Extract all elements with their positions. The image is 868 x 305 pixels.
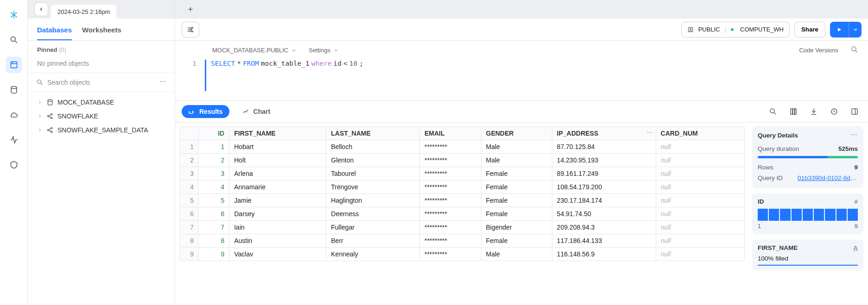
- table-cell[interactable]: 14.230.95.193: [552, 154, 656, 167]
- table-cell[interactable]: 1: [199, 140, 229, 154]
- object-search[interactable]: Search objects: [28, 73, 175, 92]
- table-cell[interactable]: 6: [180, 207, 199, 221]
- filter-button[interactable]: [182, 22, 199, 37]
- schema-selector[interactable]: MOCK_DATABASE.PUBLIC: [212, 47, 297, 54]
- table-cell[interactable]: 116.148.56.9: [552, 248, 656, 261]
- table-cell[interactable]: 5: [180, 194, 199, 207]
- worksheets-nav-icon[interactable]: [6, 56, 22, 73]
- table-cell[interactable]: Darsey: [229, 207, 326, 221]
- table-cell[interactable]: *********: [419, 194, 481, 207]
- table-row[interactable]: 99VaclavKennealy*********Male116.148.56.…: [180, 248, 745, 261]
- table-row[interactable]: 22HoltGlenton*********Male14.230.95.193n…: [180, 154, 745, 167]
- table-cell[interactable]: 9: [199, 248, 229, 261]
- table-cell[interactable]: null: [656, 154, 744, 167]
- table-cell[interactable]: 108.54.179.200: [552, 181, 656, 194]
- table-cell[interactable]: 5: [199, 194, 229, 207]
- results-table-wrap[interactable]: IDFIRST_NAMELAST_NAMEEMAILGENDERIP_ADDRE…: [180, 126, 745, 300]
- table-cell[interactable]: 3: [180, 167, 199, 181]
- admin-nav-icon[interactable]: [6, 156, 22, 173]
- column-header[interactable]: ID: [199, 127, 229, 140]
- table-cell[interactable]: 230.17.184.174: [552, 194, 656, 207]
- activity-nav-icon[interactable]: [6, 131, 22, 148]
- table-cell[interactable]: Female: [481, 234, 552, 248]
- table-cell[interactable]: *********: [419, 167, 481, 181]
- table-row[interactable]: 11HobartBelloch*********Male87.70.125.84…: [180, 140, 745, 154]
- search-more-icon[interactable]: [159, 78, 166, 87]
- download-icon[interactable]: [807, 105, 821, 118]
- add-worksheet-tab[interactable]: [184, 2, 197, 16]
- table-cell[interactable]: null: [656, 140, 744, 154]
- tab-worksheets[interactable]: Worksheets: [82, 26, 121, 40]
- table-cell[interactable]: Haglington: [326, 194, 420, 207]
- table-cell[interactable]: 8: [199, 234, 229, 248]
- table-cell[interactable]: 9: [180, 248, 199, 261]
- context-role-warehouse[interactable]: PUBLIC | COMPUTE_WH: [681, 22, 790, 37]
- table-cell[interactable]: null: [656, 221, 744, 234]
- table-cell[interactable]: 117.186.44.133: [552, 234, 656, 248]
- table-cell[interactable]: Female: [481, 207, 552, 221]
- settings-selector[interactable]: Settings: [309, 47, 339, 54]
- table-cell[interactable]: null: [656, 248, 744, 261]
- column-header[interactable]: EMAIL: [419, 127, 481, 140]
- worksheet-tab[interactable]: 2024-03-25 2:16pm: [51, 5, 116, 19]
- table-cell[interactable]: Hobart: [229, 140, 326, 154]
- table-cell[interactable]: null: [656, 181, 744, 194]
- code-versions-button[interactable]: Code Versions: [799, 47, 838, 54]
- result-search-icon[interactable]: [766, 105, 780, 118]
- table-cell[interactable]: Female: [481, 167, 552, 181]
- table-cell[interactable]: Male: [481, 154, 552, 167]
- table-row[interactable]: 66DarseyDeerness*********Female54.91.74.…: [180, 207, 745, 221]
- table-cell[interactable]: 2: [180, 154, 199, 167]
- table-row[interactable]: 33ArlenaTabourel*********Female89.161.17…: [180, 167, 745, 181]
- table-cell[interactable]: 7: [199, 221, 229, 234]
- column-header[interactable]: [180, 127, 199, 140]
- panel-toggle-icon[interactable]: [848, 105, 862, 118]
- table-cell[interactable]: Arlena: [229, 167, 326, 181]
- table-cell[interactable]: null: [656, 207, 744, 221]
- table-cell[interactable]: *********: [419, 221, 481, 234]
- table-cell[interactable]: *********: [419, 140, 481, 154]
- table-cell[interactable]: Holt: [229, 154, 326, 167]
- table-cell[interactable]: 89.161.17.249: [552, 167, 656, 181]
- column-header[interactable]: LAST_NAME: [326, 127, 420, 140]
- data-nav-icon[interactable]: [6, 81, 22, 98]
- table-cell[interactable]: Tabourel: [326, 167, 420, 181]
- table-cell[interactable]: 209.208.94.3: [552, 221, 656, 234]
- table-cell[interactable]: Kennealy: [326, 248, 420, 261]
- table-cell[interactable]: Berr: [326, 234, 420, 248]
- table-cell[interactable]: Jamie: [229, 194, 326, 207]
- snowflake-logo-icon[interactable]: [6, 6, 22, 23]
- columns-icon[interactable]: [786, 105, 800, 118]
- column-header[interactable]: FIRST_NAME: [229, 127, 326, 140]
- table-cell[interactable]: 6: [199, 207, 229, 221]
- tab-databases[interactable]: Databases: [37, 26, 72, 40]
- table-cell[interactable]: null: [656, 167, 744, 181]
- cloud-nav-icon[interactable]: [6, 106, 22, 123]
- column-menu-icon[interactable]: [646, 130, 653, 137]
- back-button[interactable]: [34, 2, 48, 16]
- table-row[interactable]: 77IainFullegar*********Bigender209.208.9…: [180, 221, 745, 234]
- editor-search-icon[interactable]: [850, 45, 859, 55]
- table-cell[interactable]: null: [656, 234, 744, 248]
- table-cell[interactable]: Fullegar: [326, 221, 420, 234]
- table-cell[interactable]: 7: [180, 221, 199, 234]
- run-button[interactable]: [830, 22, 849, 37]
- table-row[interactable]: 55JamieHaglington*********Female230.17.1…: [180, 194, 745, 207]
- table-cell[interactable]: Female: [481, 194, 552, 207]
- table-cell[interactable]: *********: [419, 154, 481, 167]
- table-row[interactable]: 88AustinBerr*********Female117.186.44.13…: [180, 234, 745, 248]
- table-cell[interactable]: Bigender: [481, 221, 552, 234]
- table-cell[interactable]: *********: [419, 181, 481, 194]
- column-header[interactable]: CARD_NUM: [656, 127, 744, 140]
- table-cell[interactable]: 2: [199, 154, 229, 167]
- column-header[interactable]: GENDER: [481, 127, 552, 140]
- table-cell[interactable]: 87.70.125.84: [552, 140, 656, 154]
- table-cell[interactable]: Glenton: [326, 154, 420, 167]
- history-icon[interactable]: [827, 105, 841, 118]
- table-cell[interactable]: Austin: [229, 234, 326, 248]
- search-nav-icon[interactable]: [6, 31, 22, 48]
- chart-tab[interactable]: Chart: [236, 105, 277, 118]
- table-cell[interactable]: Male: [481, 248, 552, 261]
- table-cell[interactable]: 1: [180, 140, 199, 154]
- table-cell[interactable]: Vaclav: [229, 248, 326, 261]
